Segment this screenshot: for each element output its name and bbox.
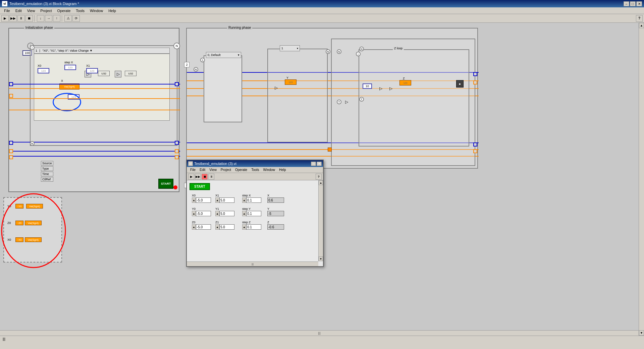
toolbar: ▶ ▶▶ ⏸ ⏹ ↓ → ↑ ⚠ ⟳ ? — [0, 14, 644, 23]
stepx-ctrl-arrow[interactable]: ▲ — [242, 197, 246, 203]
sub-toolbar: ▶ ▶▶ ⏹ ⏸ ? — [187, 173, 323, 180]
x0-numeric[interactable]: 123 — [38, 68, 49, 73]
x1-numeric[interactable]: 123 — [86, 68, 98, 73]
z-bool-outer: T — [337, 100, 341, 104]
sub-canvas: START X0 ▲ -5.0 X1 ▲ 5.0 step X — [187, 180, 323, 266]
menu-help[interactable]: Help — [106, 8, 119, 13]
menu-view[interactable]: View — [24, 8, 38, 13]
case-selector[interactable]: 0, Default ▾ — [206, 52, 241, 58]
x0-label-small: X0 — [7, 238, 14, 241]
sub-help-btn[interactable]: ? — [316, 174, 322, 180]
help-button[interactable]: ? — [636, 15, 643, 22]
step-out-button[interactable]: ↑ — [53, 15, 60, 22]
sub-scroll-down[interactable]: ▼ — [319, 256, 323, 261]
event-num: 1 — [36, 49, 37, 52]
running-phase-label: Running phase — [227, 26, 252, 30]
main-scrollbar-bottom[interactable]: ||| — [0, 330, 639, 336]
clean-button[interactable]: ⟳ — [72, 15, 80, 22]
sub-menu-edit[interactable]: Edit — [198, 168, 207, 172]
z-arrow-1: ▷ — [379, 86, 382, 91]
maximize-button[interactable]: □ — [630, 1, 636, 6]
run-button[interactable]: ▶ — [1, 15, 9, 22]
sub-start-button[interactable]: START — [190, 183, 210, 190]
x0-ctrl-with-arrow: ▲ -5.0 — [192, 197, 211, 203]
title-bar: vi Testbend_emulation (3).vi Block Diagr… — [0, 0, 644, 7]
z-loop-inner: Z loop Z 123 10 i ▷ ▷ ■ N T — [359, 49, 469, 147]
x-display: 0.6 — [267, 197, 284, 203]
window-controls[interactable]: – □ ✕ — [624, 1, 642, 6]
warn-button[interactable]: ⚠ — [64, 15, 72, 22]
z1-ctrl-arrow[interactable]: ▲ — [215, 224, 219, 230]
sub-cont-btn[interactable]: ▶▶ — [195, 174, 201, 180]
step-x-numeric[interactable]: 123 — [64, 65, 76, 70]
terminal-right-2 — [175, 141, 179, 145]
stepz-ctrl-input[interactable]: 0.1 — [246, 224, 261, 230]
minimize-button[interactable]: – — [624, 1, 629, 6]
pause-button[interactable]: ⏸ — [17, 15, 25, 22]
stepy-ctrl-input[interactable]: 0.1 — [246, 211, 261, 216]
menu-project[interactable]: Project — [38, 8, 54, 13]
x1-ctrl-input[interactable]: 5.0 — [219, 197, 234, 203]
wire-blue-3 — [9, 151, 180, 152]
sub-minimize[interactable]: – — [311, 162, 316, 166]
sub-menu-window[interactable]: Window — [261, 168, 277, 172]
menu-file[interactable]: File — [1, 8, 13, 13]
z-arrow-2: ▷ — [389, 86, 392, 91]
sub-stop-btn[interactable]: ⏹ — [202, 174, 208, 180]
x1-ctrl-with-arrow: ▲ 5.0 — [215, 197, 234, 203]
sub-menu-file[interactable]: File — [188, 168, 198, 172]
stop-button[interactable]: ⏹ — [25, 15, 33, 22]
type-label: Type — [41, 166, 53, 171]
y-n-terminal: N — [326, 49, 330, 54]
sub-pause-btn[interactable]: ⏸ — [208, 174, 214, 180]
main-scrollbar-right[interactable]: ▲ ▼ — [639, 23, 644, 336]
step-over-button[interactable]: → — [45, 15, 52, 22]
step-into-button[interactable]: ↓ — [37, 15, 44, 22]
wire-blue-2 — [9, 142, 180, 142]
y0-ctrl-arrow[interactable]: ▲ — [192, 211, 196, 216]
menu-edit[interactable]: Edit — [13, 8, 24, 13]
scroll-down-button[interactable]: ▼ — [639, 330, 644, 336]
u32-block: U32 — [98, 71, 110, 76]
y1-ctrl-with-arrow: ▲ 5.0 — [215, 211, 234, 216]
close-button[interactable]: ✕ — [636, 1, 642, 6]
sub-menu-operate[interactable]: Operate — [233, 168, 249, 172]
sub-window-controls[interactable]: – ✕ — [311, 162, 322, 166]
menu-tools[interactable]: Tools — [73, 8, 87, 13]
start-button[interactable]: START — [158, 179, 173, 189]
sub-menu-view[interactable]: View — [207, 168, 219, 172]
menu-window[interactable]: Window — [87, 8, 106, 13]
sub-menu-tools[interactable]: Tools — [249, 168, 261, 172]
y0-ctrl-input[interactable]: -5.0 — [196, 211, 211, 216]
menu-operate[interactable]: Operate — [55, 8, 73, 13]
y-selector[interactable]: 1 ▾ — [280, 45, 300, 51]
sub-close[interactable]: ✕ — [317, 162, 322, 166]
z1-ctrl-label: Z1 — [215, 221, 234, 224]
orange-terminal-mid — [328, 148, 332, 152]
sub-run-btn[interactable]: ▶ — [188, 174, 194, 180]
sub-scrollbar-right[interactable]: ▲ ▼ — [318, 180, 323, 261]
x1-ctrl-arrow[interactable]: ▲ — [215, 197, 219, 203]
y1-ctrl-input[interactable]: 5.0 — [219, 211, 234, 216]
stepz-ctrl-arrow[interactable]: ▲ — [242, 224, 246, 230]
sub-menu-help[interactable]: Help — [277, 168, 288, 172]
sub-scroll-up[interactable]: ▲ — [319, 180, 323, 185]
z-display: -0.6 — [267, 224, 284, 230]
sub-scrollbar-bottom[interactable]: ||| — [187, 261, 318, 266]
scroll-up-button[interactable]: ▲ — [639, 23, 644, 28]
sub-menu-project[interactable]: Project — [219, 168, 233, 172]
run-cont-button[interactable]: ▶▶ — [9, 15, 17, 22]
stepy-ctrl-with-arrow: ▲ 0.1 — [242, 211, 261, 216]
z1-ctrl-input[interactable]: 5.0 — [219, 224, 234, 230]
z-num-10[interactable]: 10 — [363, 83, 372, 89]
x0-ctrl-arrow[interactable]: ▲ — [192, 197, 196, 203]
stepx-ctrl-input[interactable]: 0.1 — [246, 197, 261, 203]
y1-ctrl-arrow[interactable]: ▲ — [215, 211, 219, 216]
y-numeric: 123 — [285, 79, 297, 85]
z0-ctrl-arrow[interactable]: ▲ — [192, 224, 196, 230]
z0-ctrl-input[interactable]: -5.0 — [196, 224, 211, 230]
stepy-ctrl-arrow[interactable]: ▲ — [242, 211, 246, 216]
x0-ctrl-input[interactable]: -5.0 — [196, 197, 211, 203]
status-text: ||| — [3, 337, 5, 341]
loop-n-icon: N — [173, 43, 180, 49]
